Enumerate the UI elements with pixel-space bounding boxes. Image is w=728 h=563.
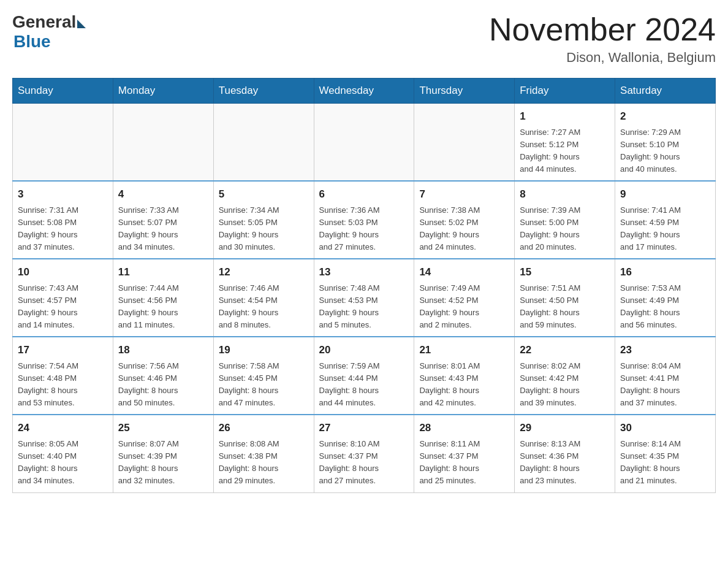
calendar-cell: 10Sunrise: 7:43 AM Sunset: 4:57 PM Dayli…: [13, 259, 113, 337]
logo-general-text: General: [12, 12, 76, 32]
day-info: Sunrise: 7:36 AM Sunset: 5:03 PM Dayligh…: [319, 204, 409, 254]
day-number: 24: [18, 420, 108, 436]
calendar-cell: 3Sunrise: 7:31 AM Sunset: 5:08 PM Daylig…: [13, 181, 113, 259]
calendar-cell: 27Sunrise: 8:10 AM Sunset: 4:37 PM Dayli…: [314, 415, 414, 492]
day-info: Sunrise: 7:56 AM Sunset: 4:46 PM Dayligh…: [118, 360, 208, 410]
weekday-header-thursday: Thursday: [414, 79, 515, 104]
calendar-cell: 12Sunrise: 7:46 AM Sunset: 4:54 PM Dayli…: [213, 259, 314, 337]
calendar-table: SundayMondayTuesdayWednesdayThursdayFrid…: [12, 78, 716, 492]
calendar-cell: [13, 104, 113, 182]
calendar-cell: 14Sunrise: 7:49 AM Sunset: 4:52 PM Dayli…: [414, 259, 515, 337]
day-number: 11: [118, 264, 208, 280]
location-title: Dison, Wallonia, Belgium: [489, 50, 716, 66]
day-number: 3: [18, 186, 108, 202]
day-info: Sunrise: 8:04 AM Sunset: 4:41 PM Dayligh…: [620, 360, 710, 410]
day-number: 16: [620, 264, 710, 280]
calendar-cell: [113, 104, 213, 182]
calendar-cell: 21Sunrise: 8:01 AM Sunset: 4:43 PM Dayli…: [414, 337, 515, 415]
day-number: 15: [520, 264, 610, 280]
weekday-header-tuesday: Tuesday: [213, 79, 314, 104]
calendar-cell: 7Sunrise: 7:38 AM Sunset: 5:02 PM Daylig…: [414, 181, 515, 259]
calendar-cell: 26Sunrise: 8:08 AM Sunset: 4:38 PM Dayli…: [213, 415, 314, 492]
day-info: Sunrise: 8:02 AM Sunset: 4:42 PM Dayligh…: [520, 360, 610, 410]
week-row-3: 17Sunrise: 7:54 AM Sunset: 4:48 PM Dayli…: [13, 337, 716, 415]
calendar-cell: 5Sunrise: 7:34 AM Sunset: 5:05 PM Daylig…: [213, 181, 314, 259]
calendar-cell: 6Sunrise: 7:36 AM Sunset: 5:03 PM Daylig…: [314, 181, 414, 259]
day-info: Sunrise: 7:49 AM Sunset: 4:52 PM Dayligh…: [419, 282, 509, 332]
day-info: Sunrise: 7:46 AM Sunset: 4:54 PM Dayligh…: [219, 282, 309, 332]
day-number: 6: [319, 186, 409, 202]
calendar-cell: [314, 104, 414, 182]
day-info: Sunrise: 7:43 AM Sunset: 4:57 PM Dayligh…: [18, 282, 108, 332]
day-info: Sunrise: 7:39 AM Sunset: 5:00 PM Dayligh…: [520, 204, 610, 254]
day-number: 27: [319, 420, 409, 436]
calendar-cell: 4Sunrise: 7:33 AM Sunset: 5:07 PM Daylig…: [113, 181, 213, 259]
calendar-cell: 29Sunrise: 8:13 AM Sunset: 4:36 PM Dayli…: [515, 415, 615, 492]
week-row-0: 1Sunrise: 7:27 AM Sunset: 5:12 PM Daylig…: [13, 104, 716, 182]
week-row-4: 24Sunrise: 8:05 AM Sunset: 4:40 PM Dayli…: [13, 415, 716, 492]
day-info: Sunrise: 8:01 AM Sunset: 4:43 PM Dayligh…: [419, 360, 509, 410]
calendar-cell: 16Sunrise: 7:53 AM Sunset: 4:49 PM Dayli…: [615, 259, 716, 337]
day-info: Sunrise: 7:48 AM Sunset: 4:53 PM Dayligh…: [319, 282, 409, 332]
weekday-header-row: SundayMondayTuesdayWednesdayThursdayFrid…: [13, 79, 716, 104]
day-number: 20: [319, 342, 409, 358]
calendar-cell: 23Sunrise: 8:04 AM Sunset: 4:41 PM Dayli…: [615, 337, 716, 415]
day-number: 13: [319, 264, 409, 280]
logo-blue-text: Blue: [13, 32, 51, 52]
month-title: November 2024: [489, 12, 716, 47]
day-info: Sunrise: 8:07 AM Sunset: 4:39 PM Dayligh…: [118, 438, 208, 488]
day-number: 10: [18, 264, 108, 280]
day-number: 26: [219, 420, 309, 436]
weekday-header-wednesday: Wednesday: [314, 79, 414, 104]
day-number: 30: [620, 420, 710, 436]
calendar-cell: 15Sunrise: 7:51 AM Sunset: 4:50 PM Dayli…: [515, 259, 615, 337]
day-number: 28: [419, 420, 509, 436]
day-info: Sunrise: 7:38 AM Sunset: 5:02 PM Dayligh…: [419, 204, 509, 254]
day-info: Sunrise: 7:51 AM Sunset: 4:50 PM Dayligh…: [520, 282, 610, 332]
calendar-cell: 30Sunrise: 8:14 AM Sunset: 4:35 PM Dayli…: [615, 415, 716, 492]
day-number: 9: [620, 186, 710, 202]
day-number: 18: [118, 342, 208, 358]
day-number: 4: [118, 186, 208, 202]
calendar-cell: 1Sunrise: 7:27 AM Sunset: 5:12 PM Daylig…: [515, 104, 615, 182]
day-info: Sunrise: 8:05 AM Sunset: 4:40 PM Dayligh…: [18, 438, 108, 488]
day-number: 7: [419, 186, 509, 202]
calendar-cell: 22Sunrise: 8:02 AM Sunset: 4:42 PM Dayli…: [515, 337, 615, 415]
title-section: November 2024 Dison, Wallonia, Belgium: [489, 12, 716, 66]
day-number: 12: [219, 264, 309, 280]
weekday-header-monday: Monday: [113, 79, 213, 104]
day-info: Sunrise: 7:54 AM Sunset: 4:48 PM Dayligh…: [18, 360, 108, 410]
calendar-cell: [414, 104, 515, 182]
day-info: Sunrise: 7:33 AM Sunset: 5:07 PM Dayligh…: [118, 204, 208, 254]
weekday-header-friday: Friday: [515, 79, 615, 104]
calendar-cell: 13Sunrise: 7:48 AM Sunset: 4:53 PM Dayli…: [314, 259, 414, 337]
day-info: Sunrise: 7:27 AM Sunset: 5:12 PM Dayligh…: [520, 126, 610, 176]
day-info: Sunrise: 7:31 AM Sunset: 5:08 PM Dayligh…: [18, 204, 108, 254]
logo: General Blue: [12, 12, 86, 52]
day-number: 1: [520, 109, 610, 124]
day-info: Sunrise: 8:10 AM Sunset: 4:37 PM Dayligh…: [319, 438, 409, 488]
day-info: Sunrise: 8:08 AM Sunset: 4:38 PM Dayligh…: [219, 438, 309, 488]
day-info: Sunrise: 8:14 AM Sunset: 4:35 PM Dayligh…: [620, 438, 710, 488]
week-row-2: 10Sunrise: 7:43 AM Sunset: 4:57 PM Dayli…: [13, 259, 716, 337]
week-row-1: 3Sunrise: 7:31 AM Sunset: 5:08 PM Daylig…: [13, 181, 716, 259]
weekday-header-saturday: Saturday: [615, 79, 716, 104]
calendar-cell: 17Sunrise: 7:54 AM Sunset: 4:48 PM Dayli…: [13, 337, 113, 415]
calendar-cell: 28Sunrise: 8:11 AM Sunset: 4:37 PM Dayli…: [414, 415, 515, 492]
calendar-cell: 8Sunrise: 7:39 AM Sunset: 5:00 PM Daylig…: [515, 181, 615, 259]
calendar-cell: 24Sunrise: 8:05 AM Sunset: 4:40 PM Dayli…: [13, 415, 113, 492]
day-info: Sunrise: 7:29 AM Sunset: 5:10 PM Dayligh…: [620, 126, 710, 176]
day-number: 5: [219, 186, 309, 202]
page-header: General Blue November 2024 Dison, Wallon…: [12, 12, 716, 66]
day-info: Sunrise: 7:58 AM Sunset: 4:45 PM Dayligh…: [219, 360, 309, 410]
calendar-cell: 11Sunrise: 7:44 AM Sunset: 4:56 PM Dayli…: [113, 259, 213, 337]
calendar-cell: 19Sunrise: 7:58 AM Sunset: 4:45 PM Dayli…: [213, 337, 314, 415]
calendar-cell: [213, 104, 314, 182]
calendar-cell: 2Sunrise: 7:29 AM Sunset: 5:10 PM Daylig…: [615, 104, 716, 182]
day-info: Sunrise: 7:53 AM Sunset: 4:49 PM Dayligh…: [620, 282, 710, 332]
day-number: 25: [118, 420, 208, 436]
day-info: Sunrise: 8:13 AM Sunset: 4:36 PM Dayligh…: [520, 438, 610, 488]
day-number: 17: [18, 342, 108, 358]
day-number: 21: [419, 342, 509, 358]
calendar-cell: 25Sunrise: 8:07 AM Sunset: 4:39 PM Dayli…: [113, 415, 213, 492]
